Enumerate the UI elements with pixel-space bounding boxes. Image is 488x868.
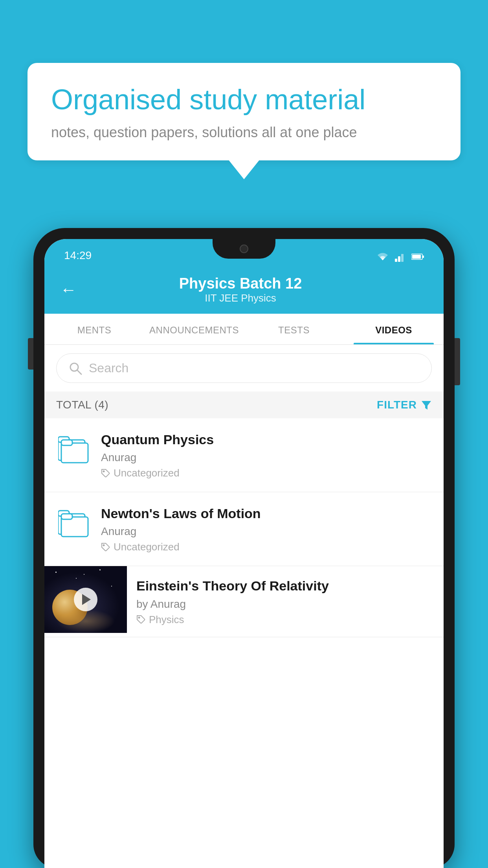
folder-icon-1	[58, 510, 90, 538]
phone-outer: 14:29	[33, 228, 455, 868]
svg-rect-2	[401, 254, 404, 262]
item-info-2: Einstein's Theory Of Relativity by Anura…	[127, 566, 444, 636]
search-input-placeholder: Search	[89, 361, 128, 375]
filter-label: FILTER	[377, 399, 417, 411]
play-button-2[interactable]	[74, 588, 97, 611]
back-button[interactable]: ←	[60, 281, 77, 298]
tabs-bar: MENTS ANNOUNCEMENTS TESTS VIDEOS	[44, 314, 444, 345]
svg-rect-5	[412, 255, 421, 259]
item-author-2: by Anurag	[136, 598, 434, 611]
tag-icon-2	[136, 615, 146, 624]
svg-point-18	[103, 544, 105, 546]
content-area: Quantum Physics Anurag Uncategorized	[44, 418, 444, 637]
item-author-1: Anurag	[101, 525, 432, 538]
item-title-0: Quantum Physics	[101, 431, 432, 448]
item-icon-1	[56, 506, 92, 542]
notch	[213, 239, 275, 259]
video-item-0[interactable]: Quantum Physics Anurag Uncategorized	[44, 418, 444, 492]
header-title: Physics Batch 12	[88, 275, 393, 292]
search-box[interactable]: Search	[56, 353, 432, 383]
phone-screen: 14:29	[44, 239, 444, 868]
bubble-subtitle: notes, question papers, solutions all at…	[51, 124, 437, 141]
svg-rect-1	[398, 256, 400, 262]
item-author-0: Anurag	[101, 451, 432, 464]
item-info-0: Quantum Physics Anurag Uncategorized	[101, 431, 432, 479]
app-header: ← Physics Batch 12 IIT JEE Physics	[44, 267, 444, 314]
svg-point-13	[103, 471, 105, 472]
header-title-group: Physics Batch 12 IIT JEE Physics	[88, 275, 393, 304]
item-tag-0: Uncategorized	[101, 467, 432, 479]
tab-videos[interactable]: VIDEOS	[344, 314, 444, 344]
svg-rect-17	[61, 514, 72, 519]
folder-icon-0	[58, 436, 90, 464]
svg-rect-0	[395, 259, 397, 262]
search-icon	[68, 361, 83, 375]
item-info-1: Newton's Laws of Motion Anurag Uncategor…	[101, 505, 432, 553]
video-item-1[interactable]: Newton's Laws of Motion Anurag Uncategor…	[44, 492, 444, 566]
bubble-title: Organised study material	[51, 83, 437, 116]
thumbnail-2	[44, 566, 127, 633]
item-title-2: Einstein's Theory Of Relativity	[136, 577, 434, 594]
video-item-2[interactable]: Einstein's Theory Of Relativity by Anura…	[44, 566, 444, 637]
camera	[240, 245, 248, 253]
filter-bar: TOTAL (4) FILTER	[44, 392, 444, 418]
item-title-1: Newton's Laws of Motion	[101, 505, 432, 522]
filter-funnel-icon	[421, 399, 432, 410]
item-tag-1: Uncategorized	[101, 541, 432, 553]
item-tag-2: Physics	[136, 614, 434, 626]
tab-announcements[interactable]: ANNOUNCEMENTS	[144, 314, 244, 344]
tag-icon-1	[101, 542, 110, 552]
phone-mockup: 14:29	[33, 228, 455, 868]
status-time: 14:29	[64, 249, 92, 262]
svg-marker-8	[422, 401, 431, 410]
svg-rect-12	[61, 440, 72, 445]
status-icons	[376, 252, 424, 262]
wifi-icon	[376, 252, 389, 262]
svg-point-19	[139, 617, 140, 618]
search-container: Search	[44, 345, 444, 392]
header-subtitle: IIT JEE Physics	[88, 292, 393, 304]
tab-tests[interactable]: TESTS	[244, 314, 344, 344]
battery-icon	[411, 253, 424, 260]
total-count: TOTAL (4)	[56, 399, 108, 411]
signal-icon	[395, 252, 406, 262]
filter-button[interactable]: FILTER	[377, 399, 432, 411]
tag-icon-0	[101, 469, 110, 478]
item-icon-0	[56, 432, 92, 468]
svg-rect-4	[422, 256, 424, 258]
svg-line-7	[77, 370, 81, 374]
tab-ments[interactable]: MENTS	[44, 314, 144, 344]
speech-bubble: Organised study material notes, question…	[28, 63, 460, 160]
